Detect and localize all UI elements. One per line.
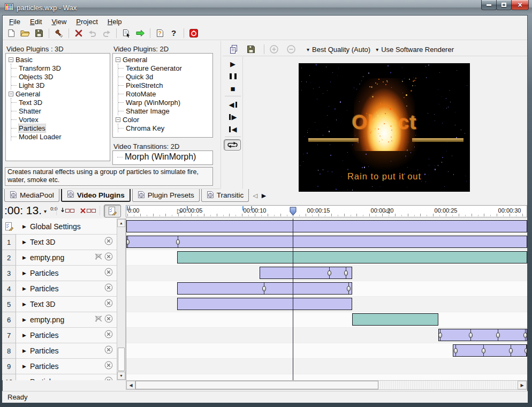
open-folder-button[interactable]	[18, 27, 32, 40]
track-name-cell[interactable]: ▶Particles	[16, 358, 117, 374]
timeline-clip[interactable]	[126, 220, 527, 232]
track-number[interactable]: 6	[2, 312, 16, 327]
tree-item-model-loader[interactable]: Model Loader	[11, 132, 109, 141]
track-number[interactable]: 4	[2, 281, 16, 296]
track-name-cell[interactable]: ▶empty.png	[16, 250, 117, 265]
tree-item-rotomate[interactable]: RotoMate	[118, 89, 211, 98]
tree-item-quick-3d[interactable]: Quick 3d	[118, 72, 211, 81]
tree-item-particles[interactable]: Particles	[11, 124, 109, 132]
redo-button[interactable]	[100, 27, 113, 40]
track-delete-button[interactable]	[104, 268, 113, 278]
tab-mediapool[interactable]: MediaPool	[4, 189, 59, 202]
panel-splitter[interactable]	[221, 41, 221, 189]
zoom-in-icon-button[interactable]	[267, 43, 281, 56]
tree-item-shatter-image[interactable]: Shatter Image	[118, 107, 211, 115]
save-icon-button[interactable]	[244, 43, 258, 56]
render-green-arrow-button[interactable]	[133, 27, 147, 40]
tree-group-basic[interactable]: −Basic	[7, 55, 109, 64]
timeline-clip[interactable]	[177, 251, 527, 263]
close-button[interactable]: ×	[511, 0, 529, 10]
track-delete-button[interactable]	[104, 361, 113, 372]
track-name-cell[interactable]: ▶Text 3D	[16, 296, 117, 312]
track-expand-icon[interactable]: ▶	[22, 270, 26, 276]
minimize-button[interactable]	[481, 0, 497, 10]
tab-plugin-presets[interactable]: Plugin Presets	[132, 189, 200, 202]
keyframe-marker[interactable]	[496, 333, 500, 338]
tree-item-transform-3d[interactable]: Transform 3D	[11, 64, 109, 72]
track-number[interactable]: 5	[2, 296, 16, 312]
track-muted-icon[interactable]	[95, 315, 102, 325]
track-expand-icon[interactable]: ▶	[22, 333, 26, 338]
help-topics-button[interactable]: ?	[153, 27, 167, 40]
step-back-button[interactable]: ◀	[224, 99, 242, 110]
quality-dropdown-caret-icon[interactable]: ▾	[307, 47, 309, 52]
scroll-right-button[interactable]: ▶	[518, 381, 527, 389]
tree-collapse-icon[interactable]: −	[116, 57, 120, 62]
tree-group-color[interactable]: −Color	[114, 115, 211, 124]
tree-collapse-icon[interactable]: −	[116, 117, 120, 122]
track-number[interactable]: 9	[2, 358, 16, 374]
keyframe-marker[interactable]	[525, 348, 528, 353]
scroll-down-button[interactable]: ▼	[117, 372, 125, 380]
menu-edit[interactable]: Edit	[25, 17, 47, 27]
transition-item-morph-winmorph-[interactable]: Morph (WinMorph)	[114, 153, 211, 161]
playhead-handle[interactable]	[290, 207, 297, 217]
playhead-line[interactable]	[293, 218, 293, 380]
time-display[interactable]: :00: 13.	[4, 204, 42, 217]
keyframe-marker[interactable]	[176, 239, 180, 245]
track-delete-button[interactable]	[104, 376, 113, 380]
pause-button[interactable]	[224, 70, 242, 82]
timeline-clip[interactable]	[126, 236, 527, 248]
track-delete-button[interactable]	[104, 345, 113, 356]
play-button[interactable]: ▶	[224, 58, 242, 70]
tree-item-vortex[interactable]: Vortex	[11, 115, 109, 124]
track-settings-toggle[interactable]	[104, 205, 121, 217]
track-delete-button[interactable]	[104, 283, 113, 294]
track-name-cell[interactable]: ▶empty.png	[16, 312, 117, 327]
timeline-clip[interactable]	[177, 298, 352, 310]
project-end-marker-icon[interactable]: ◁	[385, 207, 390, 215]
keyframe-marker[interactable]	[454, 348, 458, 353]
preview-document-button[interactable]	[119, 27, 133, 40]
context-help-button[interactable]: ?	[167, 27, 181, 40]
timeline-canvas[interactable]	[126, 218, 527, 380]
tree-collapse-icon[interactable]: −	[9, 92, 13, 96]
step-forward-button[interactable]: ▶	[224, 111, 242, 123]
menu-view[interactable]: View	[47, 17, 71, 27]
tree-item-chroma-key[interactable]: Chroma Key	[118, 124, 211, 132]
keyframe-marker[interactable]	[469, 333, 473, 338]
track-number[interactable]: 2	[2, 250, 16, 265]
track-expand-icon[interactable]: ▶	[22, 348, 26, 353]
tab-scroll-prev-icon[interactable]: ◁	[250, 189, 259, 202]
tree-item-texture-generator[interactable]: Texture Generator	[118, 64, 211, 72]
tab-transitic[interactable]: Transitic	[201, 189, 249, 202]
scroll-up-button[interactable]: ▲	[117, 219, 125, 227]
build-hammer-button[interactable]	[52, 27, 66, 40]
keyframe-marker[interactable]	[509, 348, 513, 353]
keyframe-marker[interactable]	[344, 270, 348, 276]
timeline-clip[interactable]	[438, 329, 527, 341]
track-delete-button[interactable]	[104, 314, 113, 325]
renderer-dropdown-caret-icon[interactable]: ▾	[376, 47, 378, 52]
track-expand-icon[interactable]: ▶	[22, 379, 26, 380]
track-name-cell[interactable]: ▶Particles	[16, 281, 117, 296]
tree-item-pixelstretch[interactable]: PixelStretch	[118, 81, 211, 89]
menu-project[interactable]: Project	[71, 17, 102, 27]
track-delete-button[interactable]	[104, 330, 113, 341]
delete-track-button[interactable]	[79, 206, 97, 216]
track-number[interactable]: 10	[2, 374, 16, 380]
track-name-cell[interactable]: ▶Particles	[16, 327, 117, 343]
add-track-button[interactable]	[60, 206, 76, 216]
maximize-button[interactable]	[496, 0, 512, 10]
track-name-cell[interactable]: ▶Text 3D	[16, 234, 117, 250]
keyframe-marker[interactable]	[328, 270, 331, 276]
time-format-caret-icon[interactable]: ▾	[44, 208, 47, 214]
track-expand-icon[interactable]: ▶	[22, 317, 26, 322]
track-muted-icon[interactable]	[95, 253, 102, 262]
track-number[interactable]: 8	[2, 343, 16, 358]
track-name-cell[interactable]: ▶Particles	[16, 265, 117, 281]
menu-file[interactable]: File	[4, 17, 25, 27]
quality-dropdown[interactable]: Best Quality (Auto)	[312, 46, 370, 54]
keyframe-marker[interactable]	[482, 348, 485, 353]
keyframe-marker[interactable]	[347, 286, 351, 291]
